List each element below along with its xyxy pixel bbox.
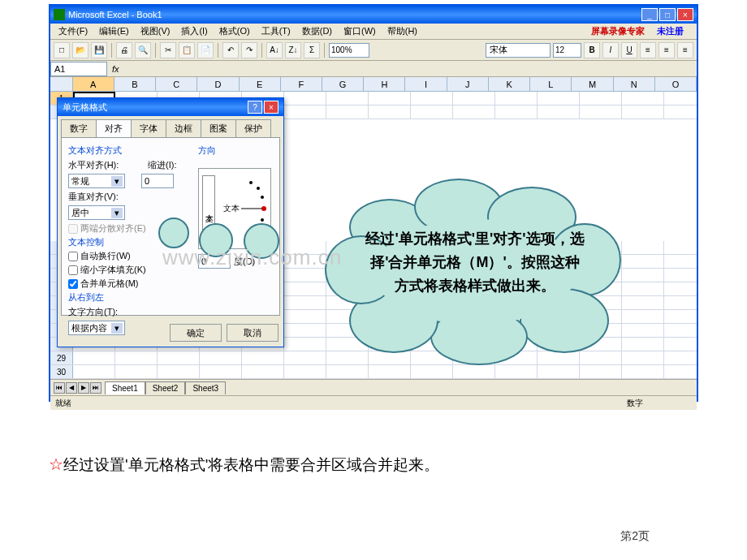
cell[interactable]: [495, 106, 538, 118]
select-all-corner[interactable]: [50, 77, 73, 91]
cell[interactable]: [411, 365, 453, 378]
sort-desc-icon[interactable]: Z↓: [285, 42, 301, 58]
cell[interactable]: [200, 351, 242, 364]
cell[interactable]: [326, 365, 369, 378]
new-icon[interactable]: □: [54, 42, 70, 58]
cell[interactable]: [326, 92, 369, 105]
save-icon[interactable]: 💾: [91, 42, 107, 58]
cell[interactable]: [284, 338, 326, 351]
sheet-tab[interactable]: Sheet1: [105, 381, 145, 394]
cell[interactable]: [284, 282, 326, 295]
cell[interactable]: [622, 365, 664, 378]
cell[interactable]: [284, 269, 326, 282]
dialog-help-button[interactable]: ?: [248, 101, 262, 114]
wrap-checkbox[interactable]: [68, 252, 78, 261]
cell[interactable]: [495, 92, 538, 105]
copy-icon[interactable]: 📋: [179, 42, 195, 58]
menu-window[interactable]: 窗口(W): [339, 24, 381, 39]
row-header[interactable]: 29: [50, 351, 73, 364]
align-left-icon[interactable]: ≡: [640, 42, 656, 58]
cell[interactable]: [284, 92, 326, 105]
cell[interactable]: [326, 106, 369, 118]
cell[interactable]: [73, 351, 115, 364]
shrink-checkbox[interactable]: [68, 265, 78, 275]
cell[interactable]: [158, 351, 200, 364]
cell[interactable]: [284, 351, 326, 364]
cell[interactable]: [453, 365, 495, 378]
tab-alignment[interactable]: 对齐: [96, 119, 132, 137]
sheet-nav-last-icon[interactable]: ⏭: [90, 382, 101, 394]
cell[interactable]: [580, 365, 622, 378]
cell[interactable]: [453, 106, 495, 118]
cell[interactable]: [284, 241, 326, 254]
menu-data[interactable]: 数据(D): [297, 24, 337, 39]
cell[interactable]: [369, 106, 411, 118]
cell[interactable]: [369, 92, 411, 105]
tab-pattern[interactable]: 图案: [201, 119, 236, 137]
underline-icon[interactable]: U: [621, 42, 637, 58]
tab-protect[interactable]: 保护: [235, 119, 271, 137]
col-header[interactable]: A: [73, 77, 114, 91]
cell[interactable]: [284, 106, 326, 118]
indent-spinner[interactable]: 0: [141, 174, 174, 188]
close-button[interactable]: ×: [677, 8, 693, 21]
bold-icon[interactable]: B: [584, 42, 600, 58]
cell[interactable]: [622, 351, 664, 364]
col-header[interactable]: K: [489, 77, 530, 91]
col-header[interactable]: L: [530, 77, 572, 91]
col-header[interactable]: M: [572, 77, 613, 91]
col-header[interactable]: G: [322, 77, 364, 91]
col-header[interactable]: J: [447, 77, 489, 91]
menu-file[interactable]: 文件(F): [54, 24, 93, 39]
cell[interactable]: [495, 365, 538, 378]
cell[interactable]: [622, 106, 664, 118]
cell[interactable]: [411, 106, 453, 118]
cell[interactable]: [580, 106, 622, 118]
cell[interactable]: [158, 365, 200, 378]
cell[interactable]: [242, 351, 284, 364]
cell[interactable]: [622, 92, 664, 105]
cell[interactable]: [73, 365, 115, 378]
cell[interactable]: [538, 92, 580, 105]
cell[interactable]: [538, 365, 580, 378]
cell[interactable]: [622, 255, 664, 268]
cell[interactable]: [200, 365, 242, 378]
tab-font[interactable]: 字体: [131, 119, 166, 137]
h-align-combo[interactable]: 常规: [68, 174, 125, 188]
col-header[interactable]: E: [240, 77, 281, 91]
italic-icon[interactable]: I: [602, 42, 619, 58]
sheet-tab[interactable]: Sheet2: [145, 381, 186, 394]
minimize-button[interactable]: _: [641, 8, 658, 21]
cell[interactable]: [115, 351, 158, 364]
col-header[interactable]: O: [655, 77, 697, 91]
cell[interactable]: [411, 92, 453, 105]
cell[interactable]: [284, 255, 326, 268]
cell[interactable]: [284, 296, 326, 309]
cell[interactable]: [622, 282, 664, 295]
tab-number[interactable]: 数字: [61, 119, 97, 137]
col-header[interactable]: B: [114, 77, 156, 91]
align-center-icon[interactable]: ≡: [658, 42, 675, 58]
open-icon[interactable]: 📂: [72, 42, 89, 58]
name-box[interactable]: A1: [50, 62, 107, 76]
sum-icon[interactable]: Σ: [304, 42, 320, 58]
merge-checkbox[interactable]: [68, 279, 78, 289]
tab-border[interactable]: 边框: [166, 119, 201, 137]
sheet-nav-next-icon[interactable]: ▶: [78, 382, 89, 394]
menu-view[interactable]: 视图(V): [136, 24, 175, 39]
menu-help[interactable]: 帮助(H): [382, 24, 422, 39]
menu-edit[interactable]: 编辑(E): [94, 24, 134, 39]
preview-icon[interactable]: 🔍: [135, 42, 151, 58]
dialog-close-button[interactable]: ×: [264, 101, 279, 114]
cell[interactable]: [242, 365, 284, 378]
textdir-combo[interactable]: 根据内容: [68, 321, 125, 335]
print-icon[interactable]: 🖨: [116, 42, 132, 58]
menu-insert[interactable]: 插入(I): [176, 24, 212, 39]
v-align-combo[interactable]: 居中: [68, 205, 125, 220]
maximize-button[interactable]: □: [659, 8, 676, 21]
sheet-nav-first-icon[interactable]: ⏮: [54, 382, 65, 394]
cell[interactable]: [284, 324, 326, 337]
cell[interactable]: [538, 106, 580, 118]
paste-icon[interactable]: 📄: [197, 42, 214, 58]
cell[interactable]: [284, 310, 326, 323]
